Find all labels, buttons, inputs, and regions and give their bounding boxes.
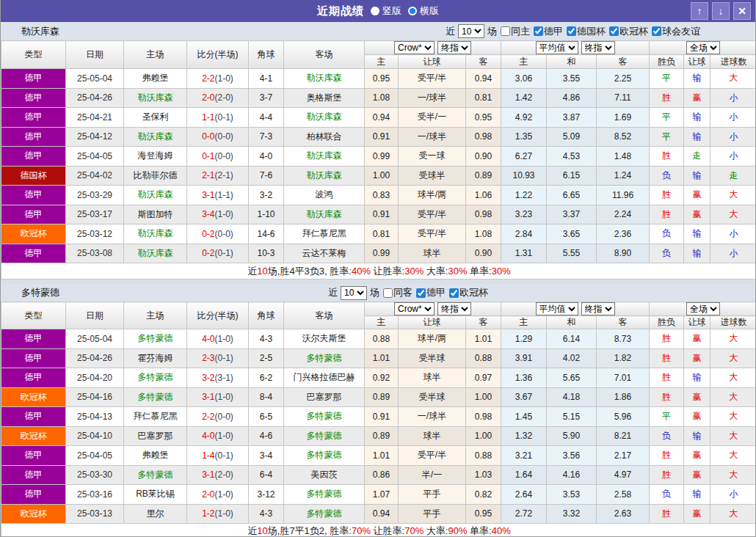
score: 0-1(0-0) (187, 147, 249, 167)
col-header-outcome: 胜负 (650, 55, 684, 69)
handicap-line: 球半/两 (399, 329, 466, 349)
league-checkbox[interactable] (567, 26, 576, 36)
same-venue-filter[interactable]: 同主 (501, 25, 530, 38)
league-filter-bundesliga[interactable]: 德甲 (416, 286, 446, 299)
horizontal-radio-icon[interactable] (408, 7, 417, 15)
handicap-line: 一/球半 (399, 127, 466, 147)
view-option-horizontal[interactable]: 横版 (408, 4, 439, 18)
result-outcome: 胜 (650, 348, 684, 368)
corner-score: 1-10 (249, 205, 284, 224)
result-outcome: 胜 (650, 329, 684, 349)
window-title: 近期战绩 (317, 4, 364, 18)
league-filter-bundesliga[interactable]: 德甲 (534, 25, 563, 38)
summary-text: 单率: (467, 266, 491, 277)
summary-text: 让胜率: (371, 266, 404, 277)
league-badge: 德甲 (1, 108, 66, 128)
col-header-avg-draw: 和 (547, 55, 597, 69)
vertical-radio-icon[interactable] (371, 7, 379, 15)
odds-stage-select[interactable]: 终指 (437, 302, 471, 315)
close-button[interactable]: ✕ (733, 2, 751, 20)
same-venue-checkbox[interactable] (383, 288, 393, 298)
league-checkbox-label: 欧冠杯 (619, 25, 648, 38)
col-header-avg-home: 主 (501, 55, 547, 69)
avg-home-odds: 3.91 (501, 348, 547, 368)
odds-source-select[interactable]: Crow* (394, 302, 435, 315)
summary-stat-value: 40% (352, 266, 371, 277)
league-checkbox[interactable] (534, 26, 543, 36)
avg-away-odds: 1.82 (597, 348, 650, 368)
result-outcome: 平 (650, 108, 684, 128)
handicap-line: 受平/半 (399, 224, 466, 244)
average-select[interactable]: 平均值 (536, 41, 578, 54)
result-outcome: 胜 (650, 446, 684, 466)
match-row: 德国杯25-04-02比勒菲尔德2-1(2-1)7-6勒沃库森1.00受球半0.… (1, 166, 756, 186)
league-badge: 德甲 (1, 69, 66, 89)
league-checkbox[interactable] (652, 26, 661, 36)
corner-score: 7-3 (249, 127, 284, 147)
corner-score: 6-5 (249, 407, 284, 427)
move-up-button[interactable]: ↑ (691, 2, 708, 20)
league-filter-ucl[interactable]: 欧冠杯 (449, 286, 488, 299)
scope-header: 全场 (650, 302, 756, 316)
view-option-vertical[interactable]: 竖版 (371, 4, 401, 18)
move-down-button[interactable]: ↓ (712, 2, 730, 20)
score: 2-0(2-0) (187, 88, 249, 108)
score: 1-1(0-1) (187, 108, 249, 128)
matches-suffix-label: 场 (487, 25, 497, 38)
result-goals: 大 (710, 407, 756, 427)
summary-text: 单率: (467, 525, 491, 536)
result-outcome: 负 (650, 485, 684, 505)
home-team: 弗赖堡 (124, 446, 187, 466)
away-team: 柏林联合 (284, 127, 365, 147)
home-team: 勒沃库森 (124, 88, 187, 108)
league-filter-dfb-pokal[interactable]: 德国杯 (567, 25, 606, 38)
league-filter-ucl[interactable]: 欧冠杯 (609, 25, 648, 38)
handicap-away-odds: 0.98 (466, 205, 501, 224)
col-header-score: 比分(半场) (187, 41, 249, 69)
match-date: 25-03-30 (66, 465, 124, 485)
league-checkbox[interactable] (416, 288, 426, 298)
score: 4-0(1-0) (187, 426, 249, 446)
scope-select[interactable]: 全场 (686, 302, 720, 315)
same-venue-filter[interactable]: 同客 (383, 286, 412, 299)
result-handicap: 走 (684, 147, 710, 167)
league-filter-friendly[interactable]: 球会友谊 (652, 25, 700, 38)
avg-away-odds: 2.24 (597, 205, 650, 224)
result-outcome: 负 (650, 224, 684, 244)
handicap-line: 受平/半 (399, 446, 466, 466)
handicap-home-odds: 1.01 (365, 348, 399, 368)
league-badge: 欧冠杯 (1, 224, 66, 244)
average-stage-select[interactable]: 终指 (581, 302, 615, 315)
recent-label: 近 (328, 286, 338, 299)
same-venue-checkbox[interactable] (501, 26, 510, 36)
close-icon: ✕ (738, 5, 746, 17)
league-checkbox[interactable] (609, 26, 619, 36)
summary-stat-value: 30% (492, 266, 511, 277)
scope-header: 全场 (650, 41, 756, 55)
col-header-goals-result: 进球数 (710, 55, 756, 69)
result-handicap: 输 (684, 224, 710, 244)
home-team: 勒沃库森 (124, 186, 187, 205)
corner-score: 4-4 (249, 108, 284, 128)
home-team: 里尔 (124, 504, 187, 524)
odds-source-select[interactable]: Crow* (394, 41, 435, 54)
average-stage-select[interactable]: 终指 (581, 41, 615, 54)
col-header-goals-result: 进球数 (710, 316, 756, 329)
result-handicap: 输 (684, 368, 710, 388)
odds-stage-select[interactable]: 终指 (437, 41, 471, 54)
match-count-select[interactable]: 10 (341, 286, 367, 300)
league-checkbox[interactable] (449, 288, 459, 298)
col-header-avg-away: 客 (597, 316, 650, 329)
match-count-select[interactable]: 10 (458, 24, 484, 38)
average-select[interactable]: 平均值 (536, 302, 578, 315)
match-date: 25-03-12 (66, 224, 124, 244)
summary-stat-value: 40% (492, 525, 511, 536)
match-row: 德甲25-04-12勒沃库森0-0(0-0)7-3柏林联合0.91一/球半0.9… (1, 127, 756, 147)
home-team: 霍芬海姆 (124, 348, 187, 368)
result-goals: 小 (710, 127, 756, 147)
result-goals: 大 (710, 329, 756, 349)
scope-select[interactable]: 全场 (686, 41, 720, 54)
corner-score: 4-3 (249, 329, 284, 349)
handicap-home-odds: 0.99 (365, 244, 399, 263)
result-goals: 大 (710, 504, 756, 524)
